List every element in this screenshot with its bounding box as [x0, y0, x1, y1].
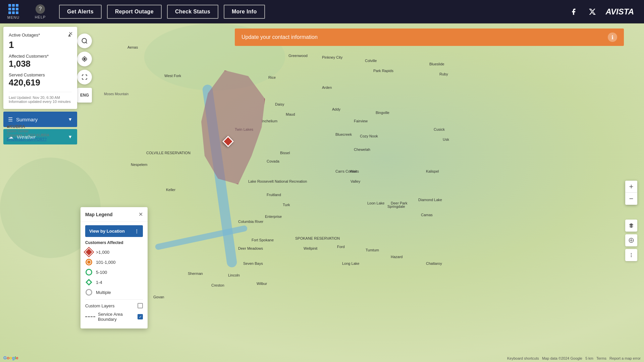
legend-icon-5-100 — [85, 268, 93, 276]
facebook-icon[interactable] — [568, 6, 579, 17]
legend-icon-over1000 — [85, 248, 93, 256]
legend-item-multiple: Multiple — [85, 289, 143, 296]
outage-marker-icon — [222, 136, 234, 147]
last-updated-line2: Information updated every 10 minutes — [9, 100, 72, 104]
map-legend: Map Legend ✕ View by Location ⋮ Customer… — [80, 207, 148, 328]
legend-range-101-1000: 101-1,000 — [96, 260, 116, 265]
menu-label: MENU — [7, 15, 19, 19]
kubra-browser-support[interactable]: BROWSER SUPPORT? — [7, 137, 49, 141]
view-by-location-label: View by Location — [89, 229, 125, 234]
left-panel: ✕ Active Outages* ▲ 1 Affected Customers… — [3, 27, 77, 144]
more-info-button[interactable]: More Info — [224, 5, 265, 19]
help-button[interactable]: ? HELP — [27, 0, 54, 23]
legend-range-1-4: 1-4 — [96, 280, 102, 285]
info-card: ✕ Active Outages* ▲ 1 Affected Customers… — [3, 27, 77, 109]
custom-layers-row: Custom Layers — [85, 303, 143, 308]
legend-icon-101-1000 — [85, 258, 93, 266]
kubra-copyright: Copyright © 2024 KUBRA — [7, 133, 49, 137]
map-layers-button[interactable] — [625, 220, 637, 232]
served-customers-label: Served Customers — [9, 72, 72, 77]
summary-chevron-icon: ▼ — [68, 117, 72, 122]
legend-header: Map Legend ✕ — [80, 207, 148, 222]
custom-layers-checkbox[interactable] — [138, 303, 143, 308]
legend-icon-1-4 — [85, 279, 93, 286]
last-updated-line1: Last Updated: Nov 20, 6:30 AM — [9, 96, 72, 100]
legend-range-5-100: 5-100 — [96, 270, 107, 275]
extra-map-buttons — [625, 220, 637, 261]
kubra-footer: ■KUBRA Storm Center Copyright © 2024 KUB… — [7, 124, 49, 141]
legend-item-over1000: >1,000 — [85, 248, 143, 256]
legend-body: Customers Affected >1,000 101-1,000 5-10… — [80, 240, 148, 328]
legend-range-over1000: >1,000 — [96, 250, 109, 255]
get-alerts-button[interactable]: Get Alerts — [59, 5, 102, 19]
help-icon: ? — [36, 4, 45, 14]
menu-icon — [8, 4, 18, 14]
google-logo: Google — [3, 355, 18, 360]
active-outages-header: Active Outages* ▲ — [9, 32, 72, 38]
zoom-in-button[interactable]: + — [625, 181, 637, 193]
svg-point-0 — [82, 39, 87, 43]
svg-point-2 — [84, 58, 86, 60]
search-map-button[interactable] — [77, 34, 92, 48]
menu-button[interactable]: MENU — [0, 0, 27, 23]
view-by-location-more-icon: ⋮ — [135, 229, 139, 234]
affected-customers-label: Affected Customers* — [9, 54, 72, 59]
help-label: HELP — [35, 15, 46, 19]
legend-range-multiple: Multiple — [96, 290, 111, 295]
notification-text: Update your contact information — [241, 34, 318, 40]
custom-layers-label: Custom Layers — [85, 303, 114, 308]
legend-divider — [85, 299, 143, 300]
legend-item-1-4: 1-4 — [85, 279, 143, 286]
affected-customers-count: 1,038 — [9, 59, 72, 69]
last-updated: Last Updated: Nov 20, 6:30 AM Informatio… — [9, 92, 72, 104]
location-button[interactable] — [77, 52, 92, 66]
svg-point-10 — [631, 253, 631, 254]
legend-item-101-1000: 101-1,000 — [85, 258, 143, 266]
map-controls-left: ENG — [77, 34, 92, 103]
kubra-logo: ■KUBRA — [7, 124, 49, 129]
notification-banner[interactable]: Update your contact information ℹ — [235, 28, 624, 46]
zoom-controls: + − — [625, 181, 637, 205]
served-customers-count: 420,619 — [9, 77, 72, 88]
fullscreen-button[interactable] — [77, 70, 92, 84]
check-status-button[interactable]: Check Status — [167, 5, 218, 19]
view-by-location-button[interactable]: View by Location ⋮ — [85, 225, 143, 237]
svg-point-9 — [631, 255, 631, 255]
svg-point-4 — [631, 240, 632, 241]
summary-label: Summary — [16, 117, 38, 122]
outage-marker[interactable] — [224, 137, 233, 147]
customers-affected-label: Customers Affected — [85, 240, 143, 245]
summary-btn-left: ☰ Summary — [8, 116, 38, 123]
report-outage-button[interactable]: Report Outage — [107, 5, 162, 19]
service-boundary-line-icon — [85, 316, 95, 317]
legend-title: Map Legend — [85, 212, 113, 217]
info-card-close-button[interactable]: ✕ — [67, 30, 74, 37]
service-boundary-label: Service Area Boundary — [98, 312, 135, 322]
service-boundary-row: Service Area Boundary ✓ — [85, 312, 143, 322]
map-extra-button[interactable] — [625, 249, 637, 261]
weather-chevron-icon: ▼ — [68, 134, 72, 139]
outages-count: 1 — [9, 40, 72, 50]
header-right: AVISTA — [568, 6, 644, 17]
language-button[interactable]: ENG — [77, 88, 92, 103]
legend-close-button[interactable]: ✕ — [139, 211, 143, 218]
active-outages-label: Active Outages* — [9, 33, 40, 38]
twitter-x-icon[interactable] — [587, 6, 598, 17]
map-locate-button[interactable] — [625, 234, 637, 246]
map-attribution: Keyboard shortcuts Map data ©2024 Google… — [507, 356, 641, 360]
header: MENU ? HELP Get Alerts Report Outage Che… — [0, 0, 644, 23]
svg-point-11 — [631, 256, 631, 257]
summary-icon: ☰ — [8, 116, 13, 123]
service-boundary-checkbox[interactable]: ✓ — [138, 314, 143, 319]
legend-icon-multiple — [85, 289, 93, 296]
zoom-out-button[interactable]: − — [625, 193, 637, 205]
notification-icon: ℹ — [608, 33, 617, 42]
kubra-storm-center: Storm Center — [7, 129, 49, 133]
legend-item-5-100: 5-100 — [85, 268, 143, 276]
avista-logo: AVISTA — [606, 7, 634, 16]
